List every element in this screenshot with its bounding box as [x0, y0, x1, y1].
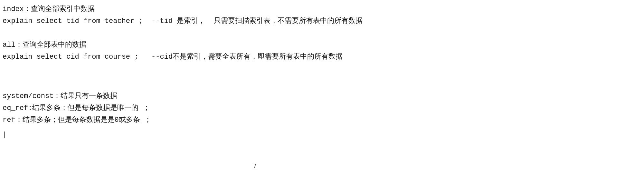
- all-label: all：查询全部表中的数据: [3, 39, 641, 51]
- all-code: explain select cid from course ; --cid不是…: [3, 51, 641, 63]
- section-all: all：查询全部表中的数据 explain select cid from co…: [3, 39, 641, 63]
- spacer-3: [3, 81, 641, 90]
- section-index: index：查询全部索引中数据 explain select tid from …: [3, 3, 641, 27]
- spacer-2: [3, 66, 641, 81]
- spacer-1: [3, 30, 641, 39]
- index-label: index：查询全部索引中数据: [3, 3, 641, 15]
- eq-ref-line: eq_ref:结果多条；但是每条数据是唯一的 ；: [3, 102, 641, 114]
- main-content: index：查询全部索引中数据 explain select tid from …: [3, 3, 641, 190]
- text-cursor-symbol: I: [254, 160, 256, 171]
- ref-line: ref：结果多条；但是每条数据是是0或多条 ；: [3, 114, 641, 126]
- index-code: explain select tid from teacher ; --tid …: [3, 15, 641, 27]
- system-const-line: system/const：结果只有一条数据: [3, 90, 641, 102]
- cursor-line: |: [3, 129, 641, 141]
- section-types: system/const：结果只有一条数据 eq_ref:结果多条；但是每条数据…: [3, 90, 641, 126]
